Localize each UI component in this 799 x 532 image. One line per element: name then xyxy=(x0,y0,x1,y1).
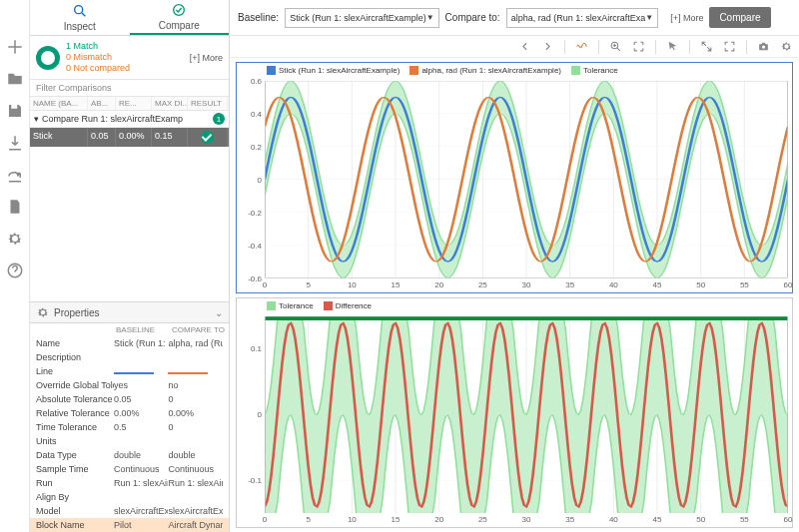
x-tick: 10 xyxy=(348,515,357,524)
prop-compare: 0.00% xyxy=(168,408,223,418)
legend-item: Difference xyxy=(324,301,372,310)
y-tick: 0.6 xyxy=(251,77,262,86)
property-row: Relative Tolerance0.00%0.00% xyxy=(30,406,229,420)
left-panel: Inspect Compare 1 Match 0 Mismatch 0 Not… xyxy=(30,0,230,532)
y-tick: -0.2 xyxy=(248,208,262,217)
donut-icon xyxy=(36,46,60,70)
gear-icon[interactable] xyxy=(6,230,24,248)
prop-baseline: Pilot xyxy=(114,520,169,530)
prop-baseline: yes xyxy=(114,380,169,390)
settings-icon[interactable] xyxy=(780,40,793,53)
x-tick: 50 xyxy=(696,280,705,289)
x-tick: 55 xyxy=(740,515,749,524)
signal-icon[interactable] xyxy=(575,40,588,53)
property-row: Align By xyxy=(30,490,229,504)
prop-baseline: Run 1: slexAirc xyxy=(114,478,169,488)
col-abs[interactable]: AB... xyxy=(88,97,116,110)
pointer-icon[interactable] xyxy=(666,40,679,53)
plot-area: Stick (Run 1: slexAircraftExample)alpha,… xyxy=(230,58,799,532)
nav-next-icon[interactable] xyxy=(541,40,554,53)
nav-prev-icon[interactable] xyxy=(518,40,531,53)
x-tick: 0 xyxy=(263,515,267,524)
col-rel[interactable]: RE... xyxy=(116,97,152,110)
x-tick: 40 xyxy=(609,515,618,524)
group-label: Compare Run 1: slexAircraftExamp xyxy=(42,114,210,124)
property-row: Absolute Tolerance0.050 xyxy=(30,392,229,406)
table-row[interactable]: Stick 0.05 0.00% 0.15 xyxy=(30,128,229,147)
x-tick: 0 xyxy=(263,280,267,289)
expand-icon[interactable] xyxy=(700,40,713,53)
prop-key: Align By xyxy=(36,492,114,502)
col-max[interactable]: MAX DI... xyxy=(152,97,188,110)
group-count-badge: 1 xyxy=(213,113,225,125)
svg-point-1 xyxy=(74,6,82,14)
help-icon[interactable] xyxy=(6,262,24,279)
property-row: Block NamePilotAircraft Dynam xyxy=(30,518,229,532)
table-header: NAME (BA... AB... RE... MAX DI... RESULT xyxy=(30,96,229,111)
fullscreen-icon[interactable] xyxy=(723,40,736,53)
compare-button[interactable]: Compare xyxy=(709,7,770,28)
prop-baseline: Continuous xyxy=(114,464,169,474)
prop-compare: slexAircraftExa xyxy=(168,506,223,516)
plot-1[interactable]: Stick (Run 1: slexAircraftExample)alpha,… xyxy=(236,62,793,293)
prop-key: Relative Tolerance xyxy=(36,408,114,418)
table-group-row[interactable]: ▾ Compare Run 1: slexAircraftExamp 1 xyxy=(30,111,229,128)
legend-item: alpha, rad (Run 1: slexAircraftExample) xyxy=(409,66,561,75)
right-panel: Baseline: Stick (Run 1: slexAircraftExam… xyxy=(230,0,799,532)
y-tick: 0 xyxy=(258,175,262,184)
prop-key: Description xyxy=(36,352,114,362)
prop-baseline: 0.5 xyxy=(114,422,169,432)
baseline-label: Baseline: xyxy=(238,12,279,23)
legend-label: Tolerance xyxy=(583,66,618,75)
legend: Stick (Run 1: slexAircraftExample)alpha,… xyxy=(267,66,618,75)
x-tick: 25 xyxy=(478,280,487,289)
properties-header[interactable]: Properties ⌄ xyxy=(30,301,229,323)
col-name[interactable]: NAME (BA... xyxy=(30,97,88,110)
prop-compare: double xyxy=(168,450,223,460)
camera-icon[interactable] xyxy=(757,40,770,53)
prop-key: Absolute Tolerance xyxy=(36,394,114,404)
zoom-icon[interactable] xyxy=(609,40,622,53)
legend-label: Stick (Run 1: slexAircraftExample) xyxy=(279,66,400,75)
x-tick: 15 xyxy=(392,515,400,524)
summary-more-link[interactable]: [+] More xyxy=(190,53,223,63)
tab-inspect-label: Inspect xyxy=(64,21,96,32)
summary-mismatch: 0 Mismatch xyxy=(66,52,130,63)
zoom-fit-icon[interactable] xyxy=(632,40,645,53)
col-compareto: COMPARE TO xyxy=(172,325,228,334)
topbar-more-link[interactable]: [+] More xyxy=(670,13,703,23)
x-tick: 60 xyxy=(784,280,793,289)
property-row: NameStick (Run 1: slalpha, rad (Run xyxy=(30,336,229,350)
property-row: Sample TimeContinuousContinuous xyxy=(30,462,229,476)
y-tick: 0 xyxy=(258,410,262,419)
export-icon[interactable] xyxy=(6,166,24,184)
baseline-select[interactable]: Stick (Run 1: slexAircraftExample)▼ xyxy=(285,8,438,28)
prop-compare: 0 xyxy=(168,394,223,404)
cell-rel: 0.00% xyxy=(116,128,152,147)
import-icon[interactable] xyxy=(6,134,24,152)
prop-key: Run xyxy=(36,478,114,488)
chart-svg xyxy=(265,81,788,278)
x-tick: 55 xyxy=(740,280,749,289)
folder-icon[interactable] xyxy=(6,70,24,88)
x-tick: 30 xyxy=(522,280,531,289)
save-icon[interactable] xyxy=(6,102,24,120)
prop-compare: 0 xyxy=(168,422,223,432)
add-icon[interactable] xyxy=(6,38,24,56)
col-result[interactable]: RESULT xyxy=(188,97,228,110)
tab-compare[interactable]: Compare xyxy=(130,0,230,35)
properties-col-header: BASELINE COMPARE TO xyxy=(30,323,229,336)
prop-key: Time Tolerance xyxy=(36,422,114,432)
prop-baseline: 0.05 xyxy=(114,394,169,404)
svg-rect-42 xyxy=(265,316,788,320)
prop-baseline: 0.00% xyxy=(114,408,169,418)
tab-inspect[interactable]: Inspect xyxy=(30,0,130,35)
x-tick: 45 xyxy=(653,280,662,289)
y-tick: 0.2 xyxy=(251,142,262,151)
prop-compare: Continuous xyxy=(168,464,223,474)
plot-2[interactable]: ToleranceDifference-0.100.10510152025303… xyxy=(236,297,793,529)
svg-point-2 xyxy=(174,5,185,16)
prop-compare: no xyxy=(168,380,223,390)
compareto-select[interactable]: alpha, rad (Run 1: slexAircraftExa▼ xyxy=(506,8,658,28)
document-icon[interactable] xyxy=(6,198,24,216)
